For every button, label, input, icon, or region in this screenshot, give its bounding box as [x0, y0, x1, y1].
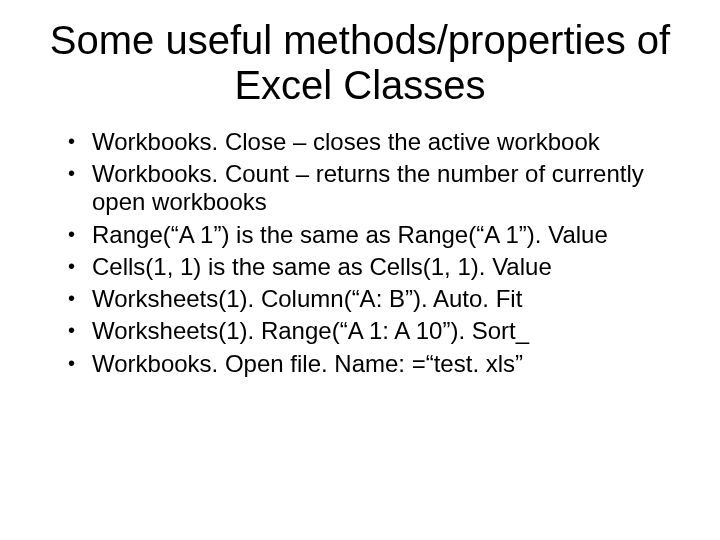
list-item: Range(“A 1”) is the same as Range(“A 1”)…	[68, 221, 680, 249]
list-item: Workbooks. Count – returns the number of…	[68, 160, 680, 217]
list-item: Worksheets(1). Range(“A 1: A 10”). Sort_	[68, 317, 680, 345]
slide-title: Some useful methods/properties of Excel …	[40, 18, 680, 108]
slide: Some useful methods/properties of Excel …	[0, 0, 720, 540]
bullet-list: Workbooks. Close – closes the active wor…	[40, 128, 680, 379]
list-item: Cells(1, 1) is the same as Cells(1, 1). …	[68, 253, 680, 281]
list-item: Workbooks. Open file. Name: =“test. xls”	[68, 350, 680, 378]
list-item: Worksheets(1). Column(“A: B”). Auto. Fit	[68, 285, 680, 313]
list-item: Workbooks. Close – closes the active wor…	[68, 128, 680, 156]
